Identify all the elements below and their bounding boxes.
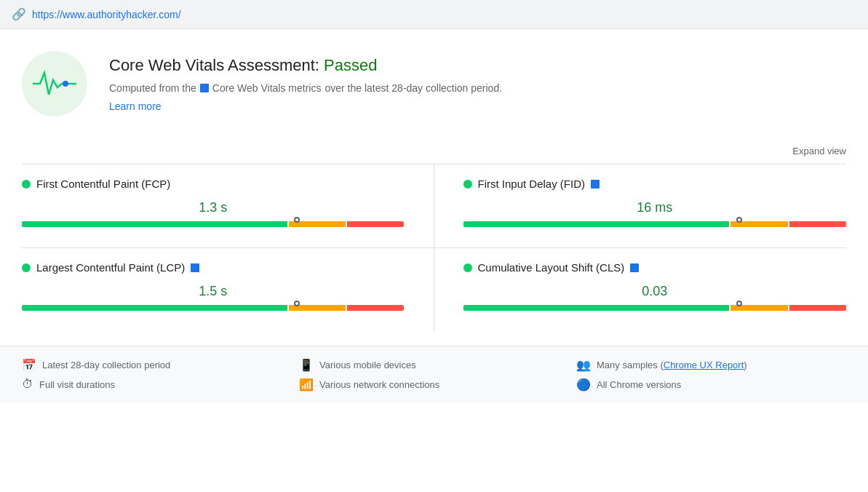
- field-icon-lcp: [191, 263, 199, 272]
- metric-value-fcp: 1.3 s: [22, 200, 405, 215]
- footer-section: 📅Latest 28-day collection period⏱Full vi…: [0, 346, 868, 403]
- metric-name-cls: Cumulative Layout Shift (CLS): [478, 261, 625, 274]
- marker-dot-fid: [736, 217, 742, 223]
- footer-item: 📱Various mobile devices: [299, 358, 569, 372]
- footer-col-right: 👥Many samples (Chrome UX Report)🔵All Chr…: [576, 358, 846, 392]
- assessment-header: Core Web Vitals Assessment: Passed Compu…: [22, 44, 846, 124]
- seg-green-fid: [463, 221, 730, 227]
- marker-dot-fcp: [294, 217, 300, 223]
- link-icon: 🔗: [12, 7, 26, 21]
- svg-point-0: [63, 81, 68, 87]
- footer-item: ⏱Full visit durations: [22, 378, 292, 391]
- metric-label-fcp: First Contentful Paint (FCP): [22, 178, 405, 190]
- url-text: https://www.authorityhacker.com/: [32, 9, 181, 20]
- seg-green-cls: [463, 305, 730, 311]
- seg-red-fid: [789, 221, 846, 227]
- marker-lcp: [294, 301, 300, 306]
- assessment-text: Core Web Vitals Assessment: Passed Compu…: [109, 56, 502, 112]
- vitals-icon: [22, 51, 87, 116]
- metrics-grid: First Contentful Paint (FCP) 1.3 s: [22, 164, 846, 331]
- footer-icon: 👥: [576, 358, 591, 372]
- footer-icon: ⏱: [22, 378, 33, 391]
- progress-wrap-fcp: [22, 221, 405, 234]
- bar-row-fcp: [22, 221, 405, 227]
- footer-text: Many samples (Chrome UX Report): [597, 360, 747, 370]
- marker-row-cls: [463, 311, 847, 318]
- metric-cell-fid: First Input Delay (FID) 16 ms: [434, 164, 847, 247]
- metric-name-lcp: Largest Contentful Paint (LCP): [36, 261, 185, 274]
- marker-cls: [736, 301, 742, 306]
- footer-text: Various network connections: [319, 379, 439, 390]
- status-dot-fcp: [22, 180, 31, 189]
- url-bar: 🔗 https://www.authorityhacker.com/: [0, 0, 868, 29]
- footer-text: All Chrome versions: [597, 379, 681, 390]
- footer-col-center: 📱Various mobile devices📶Various network …: [299, 358, 569, 392]
- metric-cell-cls: Cumulative Layout Shift (CLS) 0.03: [434, 247, 847, 331]
- metric-label-cls: Cumulative Layout Shift (CLS): [463, 261, 847, 274]
- field-icon-fid: [591, 180, 600, 189]
- marker-row-lcp: [22, 311, 405, 318]
- marker-dot-lcp: [294, 301, 300, 306]
- footer-col-left: 📅Latest 28-day collection period⏱Full vi…: [22, 358, 292, 392]
- progress-wrap-lcp: [22, 305, 405, 318]
- footer-item: 📶Various network connections: [299, 378, 569, 392]
- progress-wrap-fid: [463, 221, 847, 234]
- assessment-description: Computed from the Core Web Vitals metric…: [109, 81, 502, 96]
- assessment-title: Core Web Vitals Assessment: Passed: [109, 56, 502, 75]
- field-data-icon: [200, 84, 209, 92]
- footer-icon: 📅: [22, 358, 36, 372]
- seg-red-fcp: [347, 221, 404, 227]
- chrome-ux-link[interactable]: Chrome UX Report: [664, 360, 744, 370]
- expand-view-link[interactable]: Expand view: [792, 146, 846, 156]
- expand-row: Expand view: [22, 146, 846, 156]
- status-dot-fid: [463, 180, 472, 189]
- seg-red-lcp: [347, 305, 404, 311]
- footer-text: Various mobile devices: [319, 360, 416, 370]
- marker-fcp: [294, 217, 300, 223]
- footer-icon: 📶: [299, 378, 314, 392]
- marker-dot-cls: [736, 301, 742, 306]
- metric-cell-fcp: First Contentful Paint (FCP) 1.3 s: [22, 164, 434, 247]
- marker-fid: [736, 217, 742, 223]
- footer-icon: 🔵: [576, 378, 591, 392]
- field-icon-cls: [630, 263, 639, 272]
- status-dot-cls: [463, 263, 472, 272]
- footer-item: 📅Latest 28-day collection period: [22, 358, 292, 372]
- seg-red-cls: [789, 305, 846, 311]
- footer-text: Full visit durations: [39, 379, 115, 390]
- marker-row-fid: [463, 227, 847, 234]
- seg-green-fcp: [22, 221, 287, 227]
- metric-label-fid: First Input Delay (FID): [463, 178, 847, 190]
- footer-item: 👥Many samples (Chrome UX Report): [576, 358, 846, 372]
- status-dot-lcp: [22, 263, 31, 272]
- progress-wrap-cls: [463, 305, 847, 318]
- learn-more-link[interactable]: Learn more: [109, 100, 502, 112]
- metric-cell-lcp: Largest Contentful Paint (LCP) 1.5 s: [22, 247, 434, 331]
- metric-value-cls: 0.03: [463, 284, 847, 299]
- bar-row-fid: [463, 221, 847, 227]
- marker-row-fcp: [22, 227, 405, 234]
- bar-row-cls: [463, 305, 847, 311]
- footer-item: 🔵All Chrome versions: [576, 378, 846, 392]
- metric-label-lcp: Largest Contentful Paint (LCP): [22, 261, 405, 274]
- metric-name-fcp: First Contentful Paint (FCP): [36, 178, 170, 190]
- bar-row-lcp: [22, 305, 405, 311]
- footer-icon: 📱: [299, 358, 314, 372]
- metric-name-fid: First Input Delay (FID): [478, 178, 586, 190]
- main-content: Core Web Vitals Assessment: Passed Compu…: [0, 29, 868, 346]
- footer-text: Latest 28-day collection period: [42, 360, 170, 370]
- seg-green-lcp: [22, 305, 287, 311]
- metric-value-lcp: 1.5 s: [22, 284, 405, 299]
- metric-value-fid: 16 ms: [463, 200, 847, 215]
